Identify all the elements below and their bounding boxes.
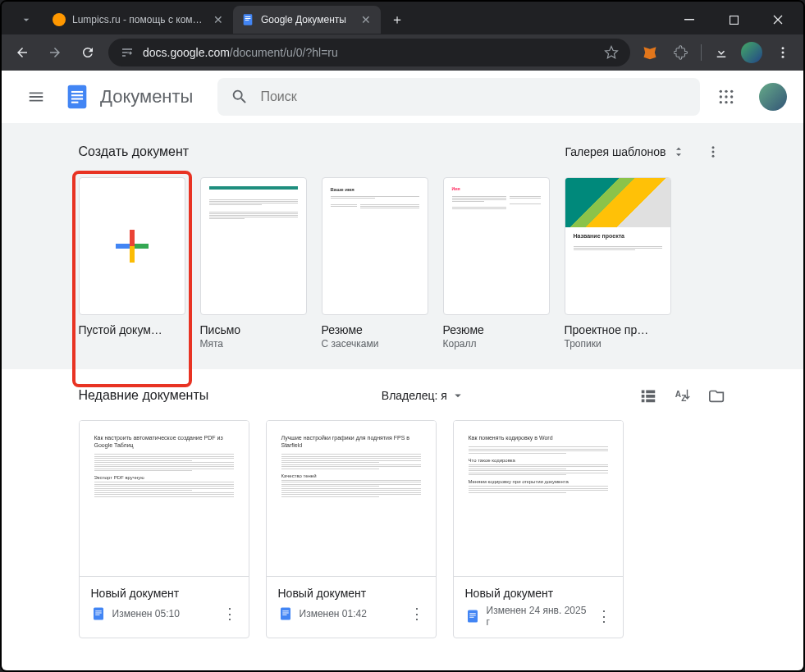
minimize-button[interactable]	[670, 7, 708, 33]
template-gallery-button[interactable]: Галерея шаблонов	[556, 139, 693, 164]
docs-file-icon	[465, 609, 480, 624]
svg-point-19	[730, 95, 733, 98]
account-avatar[interactable]	[759, 83, 787, 111]
docs-favicon	[241, 13, 254, 26]
reload-button[interactable]	[75, 40, 100, 65]
document-card[interactable]: Как поменять кодировку в Word Что такое …	[453, 420, 624, 638]
close-icon[interactable]: ✕	[212, 13, 225, 26]
document-thumbnail: Как настроить автоматическое создание PD…	[80, 421, 249, 577]
svg-rect-13	[71, 102, 79, 103]
template-name: Письмо	[200, 323, 307, 336]
browser-menu-button[interactable]	[771, 40, 795, 65]
template-letter[interactable]: Письмо Мята	[200, 177, 307, 350]
document-card[interactable]: Как настроить автоматическое создание PD…	[79, 420, 249, 638]
forward-button[interactable]	[43, 40, 67, 65]
browser-tab-1[interactable]: Google Документы ✕	[233, 6, 381, 34]
docs-file-icon	[278, 606, 293, 621]
svg-rect-9	[68, 85, 87, 108]
svg-point-7	[782, 52, 784, 54]
document-more-button[interactable]: ⋮	[222, 605, 237, 623]
template-blank[interactable]: Пустой докум…	[79, 177, 185, 350]
svg-point-15	[725, 90, 727, 93]
tab-title: Google Документы	[261, 14, 353, 25]
svg-point-8	[782, 56, 784, 58]
template-subtitle: Мята	[200, 338, 307, 350]
search-icon	[231, 88, 249, 106]
extensions-icon[interactable]	[670, 41, 693, 64]
template-subtitle: Тропики	[565, 338, 671, 350]
svg-point-25	[711, 155, 714, 158]
template-resume-serif[interactable]: Ваше имя Резюме С засечками	[322, 177, 428, 350]
svg-rect-32	[281, 608, 290, 620]
search-input[interactable]	[260, 89, 687, 104]
owner-filter-dropdown[interactable]: Владелец: я	[382, 388, 465, 403]
svg-point-6	[782, 47, 784, 49]
recent-section: Недавние документы Владелец: я AZ Как на…	[2, 369, 803, 670]
templates-more-button[interactable]	[699, 138, 727, 166]
browser-tab-0[interactable]: Lumpics.ru - помощь с компью ✕	[44, 6, 233, 34]
document-thumbnail: Лучшие настройки графики для поднятия FP…	[267, 421, 436, 577]
template-name: Пустой докум…	[79, 323, 185, 336]
divider	[701, 44, 702, 61]
svg-point-14	[720, 90, 722, 93]
svg-rect-30	[95, 613, 102, 614]
metamask-extension-icon[interactable]	[638, 41, 661, 64]
site-settings-icon[interactable]	[120, 45, 135, 60]
tab-title: Lumpics.ru - помощь с компью	[72, 14, 205, 25]
document-more-button[interactable]: ⋮	[597, 607, 611, 625]
svg-rect-35	[282, 615, 286, 615]
svg-point-23	[711, 146, 714, 149]
sort-button[interactable]: AZ	[673, 386, 693, 405]
tab-search-button[interactable]	[8, 13, 44, 26]
template-name: Резюме	[443, 323, 550, 336]
svg-rect-29	[95, 610, 102, 611]
template-project-proposal[interactable]: Название проекта Проектное пр… Тропики	[565, 177, 671, 350]
svg-point-21	[725, 101, 727, 103]
svg-point-20	[720, 101, 722, 103]
svg-point-17	[720, 95, 722, 98]
close-window-button[interactable]	[759, 7, 797, 33]
plus-icon	[116, 230, 149, 263]
svg-rect-5	[730, 16, 738, 24]
template-name: Резюме	[322, 323, 428, 336]
new-tab-button[interactable]: ＋	[386, 8, 409, 31]
svg-point-24	[711, 151, 714, 153]
svg-rect-4	[684, 19, 694, 21]
template-resume-coral[interactable]: Имя Резюме Коралл	[443, 177, 550, 350]
unfold-icon	[671, 144, 686, 159]
address-bar[interactable]: docs.google.com/document/u/0/?hl=ru	[108, 39, 630, 66]
bookmark-icon[interactable]	[604, 45, 619, 60]
svg-rect-11	[71, 94, 83, 96]
docs-logo-icon[interactable]	[62, 82, 92, 112]
document-modified: Изменен 24 янв. 2025 г	[487, 605, 590, 628]
svg-rect-1	[245, 16, 251, 17]
templates-heading: Создать документ	[79, 144, 190, 159]
open-picker-button[interactable]	[707, 386, 727, 405]
browser-chrome: Lumpics.ru - помощь с компью ✕ Google До…	[2, 2, 803, 71]
docs-header: Документы	[2, 71, 803, 123]
downloads-icon[interactable]	[710, 41, 733, 64]
svg-rect-12	[71, 98, 83, 99]
svg-text:Z: Z	[681, 394, 686, 403]
svg-point-22	[730, 101, 733, 103]
document-more-button[interactable]: ⋮	[409, 605, 424, 623]
svg-rect-10	[71, 91, 83, 93]
svg-point-18	[725, 95, 727, 98]
google-apps-button[interactable]	[708, 79, 744, 115]
list-view-button[interactable]	[638, 386, 658, 405]
search-box[interactable]	[217, 78, 700, 116]
svg-rect-3	[245, 20, 249, 21]
close-icon[interactable]: ✕	[359, 13, 373, 26]
back-button[interactable]	[10, 40, 34, 65]
document-thumbnail: Как поменять кодировку в Word Что такое …	[454, 421, 623, 577]
main-menu-button[interactable]	[18, 79, 54, 115]
template-name: Проектное пр…	[565, 323, 671, 336]
window-controls	[670, 7, 797, 33]
document-card[interactable]: Лучшие настройки графики для поднятия FP…	[266, 420, 437, 638]
svg-rect-2	[245, 18, 251, 19]
svg-rect-36	[468, 610, 478, 623]
profile-avatar[interactable]	[741, 42, 762, 63]
document-name: Новый документ	[278, 587, 424, 600]
svg-rect-31	[95, 615, 99, 615]
maximize-button[interactable]	[715, 7, 752, 33]
